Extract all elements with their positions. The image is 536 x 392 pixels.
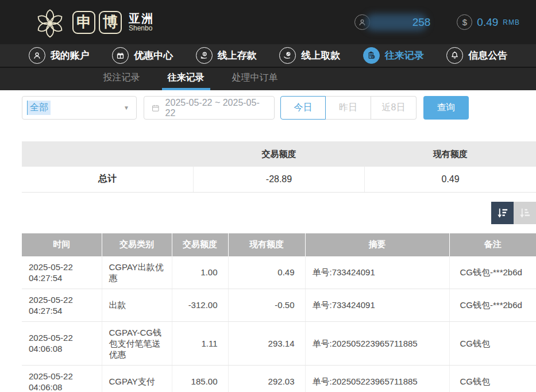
selected-type-value: 全部 — [27, 101, 51, 115]
sort-descending-icon — [496, 206, 509, 220]
table-cell: CGPAY支付 — [102, 365, 172, 392]
calendar-icon — [151, 103, 160, 113]
nav-label: 往来记录 — [385, 49, 424, 62]
nav-item-withdraw[interactable]: 线上取款 — [279, 47, 340, 64]
table-cell: CGPAY出款优惠 — [102, 256, 172, 289]
sort-ascending-button[interactable] — [514, 202, 536, 224]
yesterday-button[interactable]: 昨日 — [326, 96, 371, 120]
balance-currency: RMB — [503, 18, 520, 26]
col-note: 备注 — [449, 233, 536, 256]
table-cell: 2025-05-22 04:06:08 — [22, 321, 102, 365]
table-cell: 单号:202505223965711885 — [305, 365, 449, 392]
table-cell: CGPAY-CG钱包支付笔笔送优惠 — [102, 321, 172, 365]
gift-icon — [112, 47, 129, 64]
nav-item-deposit[interactable]: 线上存款 — [196, 47, 257, 64]
nav-item-my-account[interactable]: 我的账户 — [29, 47, 90, 64]
account-suffix: 258 — [412, 16, 431, 29]
date-range-input[interactable]: 2025-05-22 ~ 2025-05-22 — [144, 96, 275, 120]
table-cell: CG钱包-***2b6d — [449, 256, 536, 289]
summary-table: 交易额度 现有额度 总计 -28.89 0.49 — [22, 141, 536, 193]
search-button[interactable]: 查询 — [423, 96, 469, 120]
user-icon — [29, 47, 45, 64]
sub-nav: 投注记录 往来记录 处理中订单 — [0, 68, 536, 90]
table-row: 2025-05-22 04:27:54CGPAY出款优惠1.000.49单号:7… — [22, 256, 536, 289]
summary-total-label: 总计 — [22, 167, 193, 192]
summary-col-transaction-amount: 交易额度 — [193, 141, 364, 167]
flower-logo-icon — [33, 6, 67, 39]
nav-label: 线上存款 — [218, 49, 257, 62]
date-range-value: 2025-05-22 ~ 2025-05-22 — [165, 98, 267, 118]
quick-range-group: 今日 昨日 近8日 — [280, 96, 417, 120]
brand-logo: 申 博 亚洲 Shenbo — [33, 6, 154, 39]
col-remark: 摘要 — [305, 233, 449, 256]
table-cell: 293.14 — [228, 321, 305, 365]
account-info[interactable]: 258 — [354, 14, 431, 31]
brand-region: 亚洲 — [129, 12, 154, 25]
chevron-down-icon: ▼ — [124, 105, 129, 111]
bell-icon — [446, 47, 463, 64]
header-right: 258 $ 0.49 RMB — [354, 14, 520, 31]
table-row: 2025-05-22 04:27:54出款-312.00-0.50单号:7334… — [22, 289, 536, 321]
table-cell: CG钱包 — [449, 321, 536, 365]
filter-bar: 全部 ▼ 2025-05-22 ~ 2025-05-22 今日 昨日 近8日 查… — [22, 96, 536, 120]
nav-label: 信息公告 — [468, 49, 507, 62]
nav-label: 我的账户 — [51, 49, 90, 62]
table-cell: 2025-05-22 04:06:08 — [22, 365, 102, 392]
nav-item-announcements[interactable]: 信息公告 — [446, 47, 507, 64]
sort-ascending-icon — [518, 206, 531, 220]
summary-col-empty — [22, 141, 193, 167]
tab-betting-records[interactable]: 投注记录 — [98, 68, 146, 90]
table-cell: 2025-05-22 04:27:54 — [22, 289, 102, 321]
table-cell: 292.03 — [228, 365, 305, 392]
today-button[interactable]: 今日 — [280, 96, 326, 120]
table-cell: 单号:202505223965711885 — [305, 321, 449, 365]
table-cell: -312.00 — [172, 289, 228, 321]
table-cell: 单号:733424091 — [305, 289, 449, 321]
summary-total-row: 总计 -28.89 0.49 — [22, 167, 536, 192]
table-cell: 1.00 — [172, 256, 228, 289]
deposit-coin-icon — [196, 47, 213, 64]
balance-amount: 0.49 — [477, 16, 498, 29]
brand-characters: 申 博 — [72, 11, 122, 34]
main-nav: 我的账户 优惠中心 线上存款 线上取款 往来记录 — [0, 44, 536, 68]
brand-region-block: 亚洲 Shenbo — [129, 12, 154, 32]
col-time: 时间 — [22, 233, 102, 256]
nav-label: 线上取款 — [301, 49, 340, 62]
table-header-row: 时间 交易类别 交易额度 现有额度 摘要 备注 — [22, 233, 536, 256]
transactions-table-body: 2025-05-22 04:27:54CGPAY出款优惠1.000.49单号:7… — [22, 256, 536, 392]
brand-latin-name: Shenbo — [129, 25, 154, 32]
brand-char-shen: 申 — [72, 11, 95, 34]
balance-display[interactable]: $ 0.49 RMB — [457, 14, 520, 30]
nav-item-promotions[interactable]: 优惠中心 — [112, 47, 173, 64]
nav-label: 优惠中心 — [134, 49, 173, 62]
sort-controls — [0, 202, 536, 224]
transaction-type-select[interactable]: 全部 ▼ — [22, 96, 137, 120]
tab-transaction-records[interactable]: 往来记录 — [162, 68, 210, 90]
col-transaction-type: 交易类别 — [102, 233, 172, 256]
table-cell: 0.49 — [228, 256, 305, 289]
sort-descending-button[interactable] — [491, 202, 514, 224]
tab-pending-orders[interactable]: 处理中订单 — [226, 68, 284, 90]
summary-current-total: 0.49 — [365, 167, 536, 192]
summary-col-current-amount: 现有额度 — [365, 141, 536, 167]
summary-header-row: 交易额度 现有额度 — [22, 141, 536, 167]
summary-transaction-total: -28.89 — [193, 167, 364, 192]
table-cell: CG钱包 — [449, 365, 536, 392]
withdraw-coin-icon — [279, 47, 296, 64]
table-cell: CG钱包-***2b6d — [449, 289, 536, 321]
records-clipboard-icon — [363, 47, 380, 64]
top-header: 申 博 亚洲 Shenbo 258 $ 0.49 RMB — [0, 0, 536, 44]
dollar-icon: $ — [457, 14, 472, 30]
table-cell: 出款 — [102, 289, 172, 321]
table-cell: 2025-05-22 04:27:54 — [22, 256, 102, 289]
brand-char-bo: 博 — [99, 11, 122, 34]
last-8-days-button[interactable]: 近8日 — [371, 96, 417, 120]
table-cell: 1.11 — [172, 321, 228, 365]
table-cell: 单号:733424091 — [305, 256, 449, 289]
nav-item-transaction-records[interactable]: 往来记录 — [363, 47, 424, 64]
table-row: 2025-05-22 04:06:08CGPAY-CG钱包支付笔笔送优惠1.11… — [22, 321, 536, 365]
col-current-amount: 现有额度 — [228, 233, 305, 256]
page: 申 博 亚洲 Shenbo 258 $ 0.49 RMB — [0, 0, 536, 392]
col-transaction-amount: 交易额度 — [172, 233, 228, 256]
table-row: 2025-05-22 04:06:08CGPAY支付185.00292.03单号… — [22, 365, 536, 392]
